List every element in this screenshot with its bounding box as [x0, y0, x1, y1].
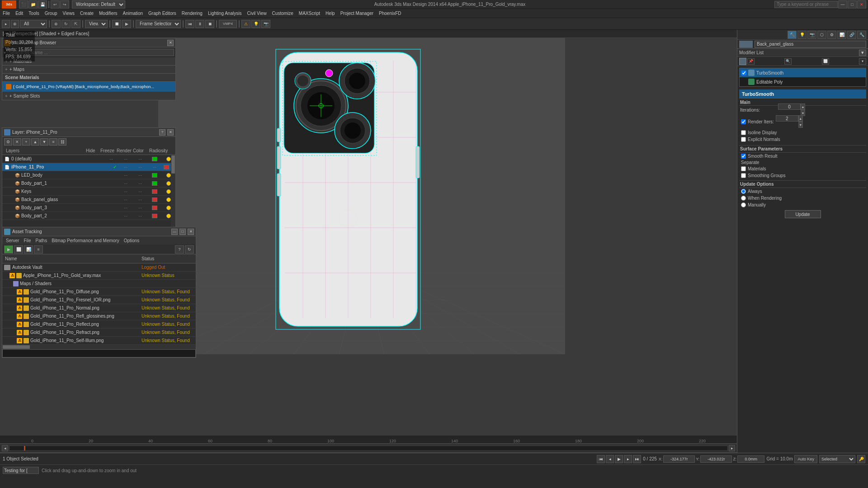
play-btn[interactable]: ▶ — [615, 455, 623, 463]
materials-checkbox[interactable] — [741, 166, 746, 171]
vray-btn[interactable]: VMP4 — [219, 20, 237, 28]
warning-btn[interactable]: ⚠ — [241, 20, 250, 28]
layer-row-default[interactable]: 📄 0 (default) ··· ··· ··· — [2, 155, 175, 163]
y-input[interactable] — [700, 455, 732, 463]
undo-btn[interactable]: ↩ — [51, 0, 60, 9]
menu-help[interactable]: Help — [323, 10, 338, 17]
asset-row-diffuse[interactable]: ⚠ Gold_iPhone_11_Pro_Diffuse.png Unknown… — [2, 288, 196, 296]
modifier-more-btn[interactable]: ▾ — [859, 58, 866, 65]
asset-path-input[interactable] — [2, 349, 196, 357]
menu-modifiers[interactable]: Modifiers — [96, 10, 120, 17]
turbosmooth-checkbox[interactable] — [741, 70, 746, 75]
view-select[interactable]: View — [85, 20, 108, 28]
material-panel-close[interactable]: ✕ — [167, 40, 174, 46]
camera-btn[interactable]: 📷 — [261, 20, 270, 28]
update-button[interactable]: Update — [785, 210, 821, 218]
menu-views[interactable]: Views — [60, 10, 78, 17]
manually-radio[interactable] — [741, 202, 746, 207]
menu-lighting[interactable]: Lighting Analysis — [205, 10, 245, 17]
render-setup-btn[interactable]: 🔲 — [112, 20, 121, 28]
asset-row-self-illum[interactable]: ⚠ Gold_iPhone_11_Pro_Self-Illum.png Unkn… — [2, 337, 196, 345]
asset-row-maps[interactable]: Maps / Shaders — [2, 280, 196, 288]
asset-minimize-btn[interactable]: — — [171, 229, 178, 235]
modifier-list-dropdown-btn[interactable]: ▾ — [859, 50, 866, 56]
asset-menu-paths[interactable]: Paths — [34, 238, 49, 243]
modifier-color-swatch[interactable] — [739, 58, 746, 65]
pause-btn[interactable]: ⏸ — [195, 20, 204, 28]
menu-customize[interactable]: Customize — [269, 10, 296, 17]
rp-icon-6[interactable]: 📊 — [837, 31, 846, 39]
workspace-dropdown[interactable]: Workspace: Default — [72, 0, 125, 9]
menu-tools[interactable]: Tools — [26, 10, 42, 17]
stop-btn[interactable]: ⏹ — [205, 20, 214, 28]
asset-menu-file[interactable]: File — [22, 238, 33, 243]
modifier-entry-editable-poly[interactable]: Editable Poly — [740, 77, 866, 86]
x-input[interactable] — [663, 455, 695, 463]
always-radio[interactable] — [741, 189, 746, 194]
modifier-pin-btn[interactable]: 📌 — [747, 58, 755, 65]
modifier-track-btn[interactable]: 🔍 — [784, 58, 792, 65]
asset-refresh-btn[interactable]: ↻ — [185, 245, 194, 253]
play-next-btn[interactable]: ▸ — [624, 455, 632, 463]
isoline-checkbox[interactable] — [741, 130, 746, 135]
play-first-btn[interactable]: ⏮ — [597, 455, 605, 463]
layer-scrollbar[interactable] — [171, 155, 175, 227]
timeline-left-btn[interactable]: ◂ — [2, 445, 8, 451]
asset-btn-1[interactable]: ▶ — [4, 245, 13, 253]
asset-row-reflect[interactable]: ⚠ Gold_iPhone_11_Pro_Reflect.png Unknown… — [2, 320, 196, 328]
sample-slots-section[interactable]: + + Sample Slots — [2, 92, 175, 100]
light-btn[interactable]: 💡 — [251, 20, 260, 28]
save-btn[interactable]: 💾 — [38, 0, 47, 9]
layer-row-led[interactable]: 📦 LED_body ··· ··· — [2, 171, 175, 179]
when-rendering-radio[interactable] — [741, 196, 746, 201]
layer-delete-btn[interactable]: ✕ — [13, 138, 21, 145]
asset-row-normal[interactable]: ⚠ Gold_iPhone_11_Pro_Normal.png Unknown … — [2, 304, 196, 312]
asset-row-vault[interactable]: Autodesk Vault Logged Out — [2, 263, 196, 272]
layer-move-up-btn[interactable]: ▲ — [31, 138, 39, 145]
timeline-track[interactable] — [9, 446, 728, 451]
asset-help-btn[interactable]: ? — [175, 245, 184, 253]
material-item[interactable]: { Gold_iPhone_11_Pro (VRayMtl) [Back_mic… — [2, 82, 175, 92]
asset-menu-bitmap[interactable]: Bitmap Performance and Memory — [50, 238, 121, 243]
rp-icon-5[interactable]: ⚙ — [827, 31, 836, 39]
scale-btn[interactable]: ⇱ — [71, 20, 80, 28]
asset-menu-options[interactable]: Options — [122, 238, 141, 243]
close-btn[interactable]: ✕ — [857, 0, 866, 9]
layer-row-iphone[interactable]: 📄 iPhone_11_Pro ✓ ··· ··· ··· — [2, 163, 175, 171]
asset-hscroll[interactable] — [2, 345, 196, 349]
iterations-input[interactable] — [778, 103, 801, 110]
timeline-scrubber[interactable]: ◂ ▸ — [0, 444, 737, 453]
layer-row-backpanel[interactable]: 📦 Back_panel_glass ··· ··· — [2, 196, 175, 204]
play-last-btn[interactable]: ⏭ — [633, 455, 641, 463]
layer-move-down-btn[interactable]: ▼ — [40, 138, 48, 145]
rp-icon-3[interactable]: 📷 — [807, 31, 816, 39]
render-iters-input[interactable] — [776, 115, 798, 122]
smoothing-groups-checkbox[interactable] — [741, 173, 746, 178]
z-input[interactable] — [737, 455, 764, 463]
menu-edit[interactable]: Edit — [13, 10, 26, 17]
redo-btn[interactable]: ↪ — [60, 0, 69, 9]
asset-btn-4[interactable]: ≡ — [34, 245, 43, 253]
play-btn[interactable]: ⏮ — [185, 20, 194, 28]
maps-section[interactable]: + Maps — [2, 66, 175, 74]
key-filters-btn[interactable]: 🔑 — [857, 455, 865, 463]
move-btn[interactable]: ⊕ — [52, 20, 61, 28]
rotate-btn[interactable]: ↻ — [61, 20, 71, 28]
timeline-right-btn[interactable]: ▸ — [729, 445, 735, 451]
asset-maximize-btn[interactable]: □ — [179, 229, 186, 235]
asset-row-maxfile[interactable]: ⚠ Apple_iPhone_11_Pro_Gold_vray.max Unkn… — [2, 272, 196, 280]
layer-panel-help[interactable]: ? — [159, 129, 165, 136]
new-btn[interactable]: ⬛ — [19, 0, 28, 9]
explicit-normals-checkbox[interactable] — [741, 137, 746, 142]
modifier-select-btn[interactable]: ⬜ — [822, 58, 829, 65]
layer-row-body3[interactable]: 📦 Body_part_3 ··· ··· — [2, 204, 175, 212]
play-prev-btn[interactable]: ◂ — [606, 455, 614, 463]
render-iters-down[interactable]: ▼ — [798, 122, 803, 128]
render-btn[interactable]: ▶ — [122, 20, 131, 28]
rp-icon-4[interactable]: ⬡ — [817, 31, 826, 39]
menu-file[interactable]: File — [0, 10, 13, 17]
layer-options-btn[interactable]: ≡ — [49, 138, 57, 145]
layer-link-btn[interactable]: ⛓ — [58, 138, 66, 145]
rp-icon-8[interactable]: 🔧 — [857, 31, 866, 39]
render-iters-up[interactable]: ▲ — [798, 115, 803, 122]
